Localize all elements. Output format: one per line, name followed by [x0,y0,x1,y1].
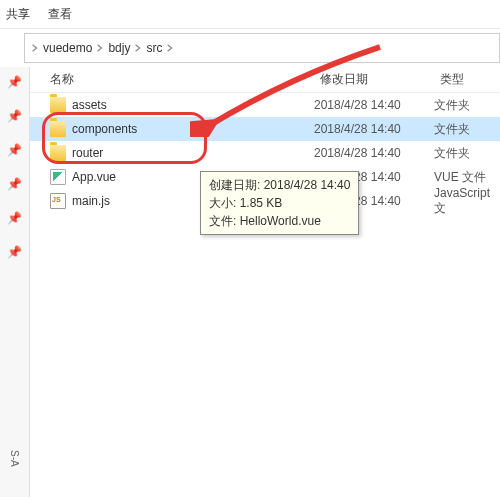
cell-date: 2018/4/28 14:40 [314,146,434,160]
cell-name: router [50,145,314,161]
file-list: 名称 修改日期 类型 assets2018/4/28 14:40文件夹compo… [30,67,500,497]
menu-view[interactable]: 查看 [48,6,72,23]
cell-type: 文件夹 [434,97,500,114]
chevron-right-icon [31,44,39,52]
menu-bar: 共享 查看 [0,0,500,28]
breadcrumb[interactable]: vuedemo bdjy src [24,33,500,63]
header-date[interactable]: 修改日期 [320,71,440,88]
pin-icon[interactable]: 📌 [7,109,22,123]
cell-type: JavaScript 文 [434,186,500,217]
header-type[interactable]: 类型 [440,71,500,88]
cell-date: 2018/4/28 14:40 [314,98,434,112]
folder-icon [50,121,66,137]
file-row[interactable]: router2018/4/28 14:40文件夹 [30,141,500,165]
tooltip: 创建日期: 2018/4/28 14:40 大小: 1.85 KB 文件: He… [200,171,359,235]
file-row[interactable]: assets2018/4/28 14:40文件夹 [30,93,500,117]
breadcrumb-item[interactable]: vuedemo [43,41,92,55]
tooltip-line: 文件: HelloWorld.vue [209,212,350,230]
cell-date: 2018/4/28 14:40 [314,122,434,136]
file-name: components [72,122,137,136]
sidebar-bottom-label: S-A [9,450,20,467]
cell-type: 文件夹 [434,145,500,162]
breadcrumb-item[interactable]: bdjy [108,41,130,55]
breadcrumb-item[interactable]: src [146,41,162,55]
file-name: App.vue [72,170,116,184]
cell-type: 文件夹 [434,121,500,138]
chevron-right-icon [96,44,104,52]
chevron-right-icon [134,44,142,52]
pin-icon[interactable]: 📌 [7,245,22,259]
cell-name: components [50,121,314,137]
main-area: 📌 📌 📌 📌 📌 📌 S-A 名称 修改日期 类型 assets2018/4/… [0,67,500,497]
cell-type: VUE 文件 [434,169,500,186]
column-headers: 名称 修改日期 类型 [30,67,500,93]
file-icon [50,169,66,185]
file-name: router [72,146,103,160]
menu-share[interactable]: 共享 [6,6,30,23]
file-name: main.js [72,194,110,208]
divider [0,28,500,29]
pin-icon[interactable]: 📌 [7,211,22,225]
pin-icon[interactable]: 📌 [7,143,22,157]
chevron-right-icon [166,44,174,52]
tooltip-line: 创建日期: 2018/4/28 14:40 [209,176,350,194]
file-row[interactable]: components2018/4/28 14:40文件夹 [30,117,500,141]
tooltip-line: 大小: 1.85 KB [209,194,350,212]
file-name: assets [72,98,107,112]
pin-icon[interactable]: 📌 [7,75,22,89]
folder-icon [50,97,66,113]
pin-icon[interactable]: 📌 [7,177,22,191]
file-icon [50,193,66,209]
header-name[interactable]: 名称 [50,71,320,88]
folder-icon [50,145,66,161]
cell-name: assets [50,97,314,113]
sidebar: 📌 📌 📌 📌 📌 📌 S-A [0,67,30,497]
